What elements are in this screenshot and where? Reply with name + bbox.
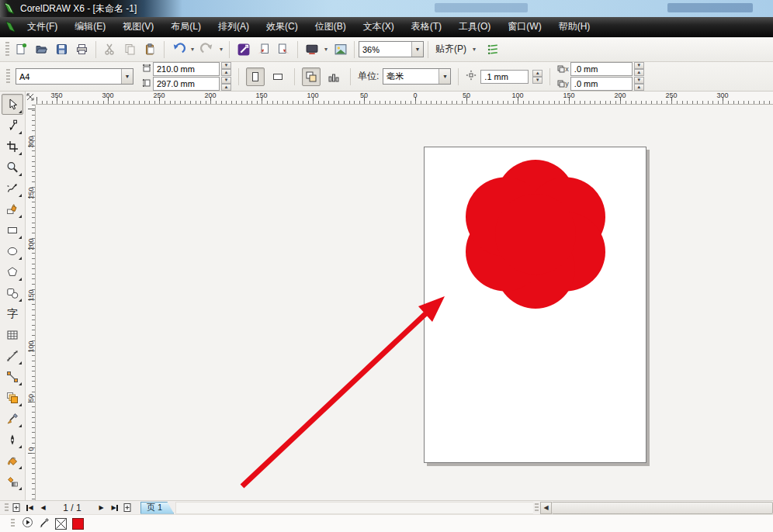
coreldraw-menu-logo-icon[interactable] xyxy=(2,19,19,36)
connector-tool[interactable] xyxy=(2,366,23,387)
eyedropper-status-icon[interactable] xyxy=(39,517,50,530)
horizontal-scrollbar[interactable]: ◀ xyxy=(540,502,773,514)
color-eyedropper-tool[interactable] xyxy=(2,408,23,429)
last-page-button[interactable]: ▶ xyxy=(108,502,121,514)
application-launcher-button[interactable] xyxy=(302,40,321,59)
rectangle-tool[interactable] xyxy=(2,219,23,240)
status-bar-grip[interactable] xyxy=(11,519,15,528)
scroll-left-arrow[interactable]: ◀ xyxy=(540,502,552,514)
new-document-button[interactable] xyxy=(12,40,31,59)
blend-tool[interactable] xyxy=(2,387,23,408)
canvas[interactable] xyxy=(36,105,773,500)
zoom-level-combo[interactable]: 36% ▼ xyxy=(359,41,424,57)
redo-button[interactable] xyxy=(197,40,217,59)
dimension-tool[interactable] xyxy=(2,345,23,366)
redo-dropdown-arrow[interactable]: ▾ xyxy=(217,46,225,53)
vertical-ruler[interactable]: 300250200150100500 xyxy=(26,105,36,500)
page-height-spinner[interactable]: ▼▲ xyxy=(221,77,231,91)
horizontal-ruler[interactable]: 35030025020015010050050100150200250300 xyxy=(36,92,773,105)
h-ruler-label: 300 xyxy=(102,92,113,99)
export-button[interactable] xyxy=(274,40,293,59)
pick-tool[interactable] xyxy=(2,94,23,115)
units-combo-arrow-icon[interactable]: ▼ xyxy=(438,69,450,84)
menu-item-bitmaps[interactable]: 位图(B) xyxy=(307,17,355,36)
portrait-orientation-button[interactable] xyxy=(246,67,265,86)
menu-item-effects[interactable]: 效果(C) xyxy=(258,17,307,36)
freehand-tool[interactable] xyxy=(2,178,23,199)
add-page-start-button[interactable] xyxy=(10,502,23,514)
undo-dropdown-arrow[interactable]: ▾ xyxy=(189,46,196,53)
open-button[interactable] xyxy=(32,40,51,59)
next-page-button[interactable]: ▶ xyxy=(95,502,108,514)
navigator-filler xyxy=(175,502,533,514)
first-page-button[interactable]: ◀ xyxy=(23,502,36,514)
nudge-offset-spinner[interactable]: ▲▼ xyxy=(532,70,542,84)
zoom-combo-arrow-icon[interactable]: ▼ xyxy=(411,42,423,57)
print-button[interactable] xyxy=(72,40,92,59)
previous-page-button[interactable]: ◀ xyxy=(36,502,50,514)
outline-pen-tool[interactable] xyxy=(2,429,23,450)
menu-item-view[interactable]: 视图(V) xyxy=(114,17,162,36)
cut-button[interactable] xyxy=(100,40,120,59)
basic-shapes-tool[interactable] xyxy=(2,282,23,303)
nudge-offset-field[interactable]: .1 mm xyxy=(480,70,529,84)
smart-fill-tool[interactable] xyxy=(2,199,23,219)
page-indicator[interactable]: 1 / 1 xyxy=(50,503,95,513)
copy-button[interactable] xyxy=(120,40,140,59)
options-button[interactable] xyxy=(484,40,503,59)
snap-to-dropdown-arrow[interactable]: ▾ xyxy=(470,46,478,53)
table-tool[interactable] xyxy=(2,324,23,345)
scrollbar-thumb[interactable] xyxy=(552,502,773,514)
menu-item-help[interactable]: 帮助(H) xyxy=(550,17,599,36)
menu-item-tools[interactable]: 工具(O) xyxy=(450,17,499,36)
flower-shape[interactable] xyxy=(466,160,605,309)
menu-item-layout[interactable]: 布局(L) xyxy=(162,17,210,36)
toolbar-grip[interactable] xyxy=(5,42,9,57)
ellipse-tool[interactable] xyxy=(2,240,23,261)
fill-color-swatch[interactable] xyxy=(72,518,84,530)
duplicate-distance-y-field[interactable]: .0 mm xyxy=(570,77,633,91)
paper-type-combo[interactable]: A4 ▼ xyxy=(16,68,133,85)
snap-to-button[interactable]: 贴齐(P) xyxy=(432,43,470,56)
page-tab[interactable]: 页 1 xyxy=(140,502,174,514)
outline-color-none-swatch[interactable] xyxy=(55,518,67,530)
welcome-screen-button[interactable] xyxy=(331,40,350,59)
h-ruler-label: 50 xyxy=(360,92,368,99)
duplicate-y-spinner[interactable]: ▼▲ xyxy=(634,77,644,91)
undo-button[interactable] xyxy=(168,40,188,59)
save-button[interactable] xyxy=(52,40,71,59)
landscape-orientation-button[interactable] xyxy=(269,67,287,86)
property-bar-grip[interactable] xyxy=(6,69,10,85)
paper-type-combo-arrow-icon[interactable]: ▼ xyxy=(121,69,133,84)
current-page-button[interactable] xyxy=(324,67,343,86)
menu-item-arrange[interactable]: 排列(A) xyxy=(210,17,258,36)
menu-item-table[interactable]: 表格(T) xyxy=(403,17,450,36)
add-page-end-button[interactable] xyxy=(121,502,134,514)
navigator-grip[interactable] xyxy=(5,503,9,513)
ruler-origin[interactable] xyxy=(26,92,36,105)
scrollbar-grip[interactable] xyxy=(535,503,539,513)
application-launcher-dropdown-arrow[interactable]: ▾ xyxy=(322,46,330,53)
menu-item-text[interactable]: 文本(X) xyxy=(355,17,403,36)
duplicate-distance-x-field[interactable]: .0 mm xyxy=(570,62,633,76)
paste-button[interactable] xyxy=(140,40,160,59)
menu-item-window[interactable]: 窗口(W) xyxy=(499,17,549,36)
zoom-tool[interactable] xyxy=(2,157,23,178)
search-content-button[interactable] xyxy=(234,40,253,59)
menu-item-file[interactable]: 文件(F) xyxy=(19,17,66,36)
polygon-tool[interactable] xyxy=(2,261,23,282)
shape-tool[interactable] xyxy=(2,115,23,136)
units-combo[interactable]: 毫米 ▼ xyxy=(383,68,451,85)
page-height-field[interactable]: 297.0 mm xyxy=(153,77,220,91)
fill-tool[interactable] xyxy=(2,450,23,471)
import-button[interactable] xyxy=(254,40,273,59)
page-width-field[interactable]: 210.0 mm xyxy=(153,62,220,76)
page-width-spinner[interactable]: ▼▲ xyxy=(221,62,231,76)
menu-item-edit[interactable]: 编辑(E) xyxy=(66,17,114,36)
duplicate-x-spinner[interactable]: ▼▲ xyxy=(634,62,644,76)
macro-play-icon[interactable] xyxy=(22,516,33,530)
interactive-fill-tool[interactable] xyxy=(2,471,23,492)
all-pages-button[interactable] xyxy=(302,67,321,86)
crop-tool[interactable] xyxy=(2,136,23,157)
text-tool[interactable]: 字 xyxy=(2,303,23,324)
